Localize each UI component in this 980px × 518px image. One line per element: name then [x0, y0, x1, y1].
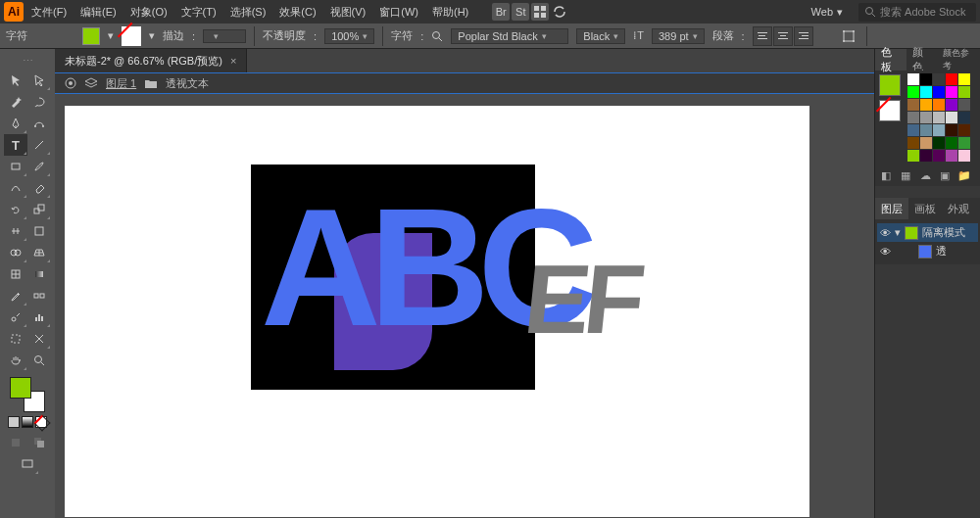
gradient-tool[interactable] [27, 263, 51, 285]
menu-effect[interactable]: 效果(C) [273, 3, 321, 22]
swatch[interactable] [946, 86, 957, 98]
no-fill-icon[interactable] [122, 26, 141, 46]
library-menu-icon[interactable]: ◧ [879, 168, 893, 182]
workspace-switcher[interactable]: Web ▾ [806, 4, 849, 21]
selection-tool[interactable] [4, 70, 27, 91]
hand-tool[interactable] [4, 350, 27, 371]
swatch[interactable] [958, 73, 970, 85]
rotate-tool[interactable] [4, 199, 27, 220]
paintbrush-tool[interactable] [27, 156, 51, 177]
bridge-icon[interactable]: Br [492, 3, 510, 21]
cloud-icon[interactable]: ☁ [918, 168, 932, 182]
line-tool[interactable] [27, 134, 51, 156]
swatch[interactable] [933, 124, 945, 136]
swatch[interactable] [933, 99, 945, 111]
opacity-input[interactable]: 100%▾ [324, 28, 374, 44]
swatch[interactable] [907, 99, 919, 111]
font-style-dropdown[interactable]: Black▾ [576, 28, 625, 44]
eyedropper-tool[interactable] [4, 285, 27, 306]
new-group-icon[interactable]: 📁 [957, 168, 971, 182]
color-picker[interactable] [10, 377, 45, 412]
eraser-tool[interactable] [27, 177, 51, 199]
tab-color-guide[interactable]: 颜色参考 [937, 49, 980, 71]
expand-icon[interactable]: ▾ [895, 226, 901, 239]
swatch[interactable] [946, 137, 957, 149]
swatch[interactable] [920, 112, 932, 123]
tab-layers[interactable]: 图层 [875, 198, 908, 219]
document-tab[interactable]: 未标题-2* @ 66.67% (RGB/预览) × [55, 49, 247, 72]
curvature-tool[interactable] [27, 113, 51, 134]
swatch[interactable] [958, 150, 970, 162]
none-swatch[interactable] [879, 100, 901, 121]
perspective-grid-tool[interactable] [27, 242, 51, 263]
swatch-options-icon[interactable]: ▣ [938, 168, 952, 182]
layer-name[interactable]: 透 [936, 244, 947, 259]
swatch[interactable] [907, 86, 919, 98]
swatch[interactable] [933, 73, 945, 85]
search-icon[interactable] [431, 30, 443, 42]
menu-file[interactable]: 文件(F) [25, 3, 73, 22]
swatch[interactable] [958, 86, 970, 98]
menu-view[interactable]: 视图(V) [324, 3, 372, 22]
direct-selection-tool[interactable] [27, 70, 51, 91]
swatch[interactable] [946, 112, 957, 123]
solid-color-mode[interactable] [8, 416, 20, 428]
align-left-button[interactable] [753, 26, 772, 46]
pen-tool[interactable] [4, 113, 27, 134]
symbol-sprayer-tool[interactable] [4, 306, 27, 328]
align-center-button[interactable] [773, 26, 793, 46]
scale-tool[interactable] [27, 199, 51, 220]
swatch[interactable] [933, 112, 945, 123]
artboard-tool[interactable] [4, 328, 27, 350]
layer-row[interactable]: 👁 透 [877, 242, 978, 260]
swatch[interactable] [907, 150, 919, 162]
swatch[interactable] [920, 73, 932, 85]
arrange-icon[interactable] [531, 3, 549, 21]
menu-select[interactable]: 选择(S) [224, 3, 272, 22]
graph-tool[interactable] [27, 306, 51, 328]
artboard[interactable]: ABC EF [65, 106, 809, 517]
shape-builder-tool[interactable] [4, 242, 27, 263]
layer-name[interactable]: 隔离模式 [922, 225, 965, 240]
none-mode[interactable] [35, 416, 47, 428]
close-icon[interactable]: × [230, 55, 236, 67]
draw-normal[interactable] [4, 432, 27, 453]
transform-button[interactable] [839, 26, 858, 46]
swatch[interactable] [907, 137, 919, 149]
menu-help[interactable]: 帮助(H) [426, 3, 474, 22]
swatch[interactable] [907, 112, 919, 123]
swatch[interactable] [933, 86, 945, 98]
shaper-tool[interactable] [4, 177, 27, 199]
panel-grip[interactable]: ⋯ [0, 53, 55, 70]
tab-appearance[interactable]: 外观 [942, 198, 975, 219]
menu-edit[interactable]: 编辑(E) [74, 3, 122, 22]
font-size-input[interactable]: 389 pt▾ [652, 28, 705, 44]
fill-swatch[interactable] [82, 27, 100, 45]
magic-wand-tool[interactable] [4, 91, 27, 113]
menu-object[interactable]: 对象(O) [124, 3, 173, 22]
swatch[interactable] [946, 150, 957, 162]
text-ef[interactable]: EF [519, 243, 645, 355]
visibility-icon[interactable]: 👁 [879, 246, 891, 258]
menu-window[interactable]: 窗口(W) [373, 3, 424, 22]
width-tool[interactable] [4, 220, 27, 242]
swatch[interactable] [920, 137, 932, 149]
swatch[interactable] [907, 73, 919, 85]
type-tool[interactable]: T [4, 134, 27, 156]
blend-tool[interactable] [27, 285, 51, 306]
current-swatch[interactable] [879, 74, 901, 96]
show-kinds-icon[interactable]: ▦ [899, 168, 912, 182]
tab-artboards[interactable]: 画板 [908, 198, 942, 219]
swatch[interactable] [958, 99, 970, 111]
layer-row[interactable]: 👁 ▾ 隔离模式 [877, 223, 978, 242]
sync-icon[interactable] [551, 3, 568, 21]
swatch[interactable] [946, 124, 957, 136]
swatch[interactable] [920, 86, 932, 98]
swatch[interactable] [958, 112, 970, 123]
swatch[interactable] [958, 124, 970, 136]
swatch[interactable] [907, 124, 919, 136]
draw-behind[interactable] [27, 432, 51, 453]
swatch[interactable] [933, 137, 945, 149]
stock-icon[interactable]: St [512, 3, 529, 21]
menu-type[interactable]: 文字(T) [175, 3, 222, 22]
